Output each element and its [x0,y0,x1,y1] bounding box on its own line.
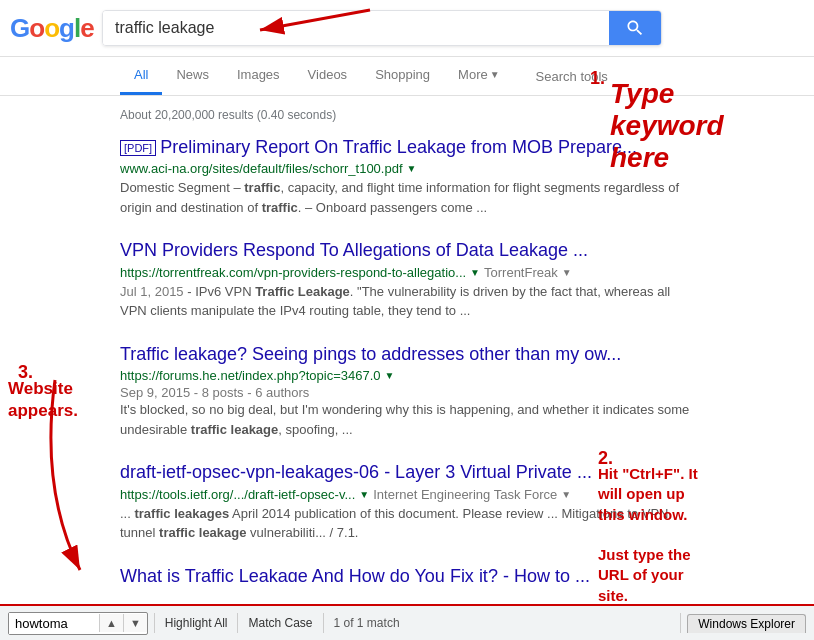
find-divider-1 [154,613,155,633]
result-title-5[interactable]: What is Traffic Leakage And How do You F… [120,565,694,582]
highlight-all-button[interactable]: Highlight All [161,614,232,632]
google-logo: Google [10,8,90,48]
result-title-1[interactable]: [PDF]Preliminary Report On Traffic Leaka… [120,136,694,159]
match-info: 1 of 1 match [330,614,404,632]
find-next-button[interactable]: ▼ [124,614,147,632]
logo-g: G [10,13,29,44]
logo-o1: o [29,13,44,44]
ietf-dropdown[interactable]: ▼ [561,489,571,500]
find-input-section: ▲ ▼ [8,612,148,635]
results-area: About 20,200,000 results (0.40 seconds) … [0,96,814,582]
result-url-3: https://forums.he.net/index.php?topic=34… [120,368,694,383]
nav-tabs: All News Images Videos Shopping More ▼ S… [0,57,814,96]
result-meta-3: Sep 9, 2015 - 8 posts - 6 authors [120,385,694,400]
result-item: Traffic leakage? Seeing pings to address… [120,343,694,439]
result-url-4: https://tools.ietf.org/.../draft-ietf-op… [120,487,694,502]
results-count: About 20,200,000 results (0.40 seconds) [120,102,694,122]
match-case-button[interactable]: Match Case [244,614,316,632]
torrentfreak-dropdown[interactable]: ▼ [562,267,572,278]
header: Google [0,0,814,57]
result-item: What is Traffic Leakage And How do You F… [120,565,694,582]
search-icon [625,18,645,38]
result-desc-4: ... traffic leakages April 2014 publicat… [120,504,694,543]
find-divider-4 [680,613,681,633]
result-desc-3: It's blocked, so no big deal, but I'm wo… [120,400,694,439]
url-dropdown-3[interactable]: ▼ [385,370,395,381]
result-desc-1: Domestic Segment – traffic, capacity, an… [120,178,694,217]
url-dropdown-4[interactable]: ▼ [359,489,369,500]
find-divider-2 [237,613,238,633]
result-title-3[interactable]: Traffic leakage? Seeing pings to address… [120,343,694,366]
find-bar: ▲ ▼ Highlight All Match Case 1 of 1 matc… [0,604,814,640]
find-input[interactable] [9,613,99,634]
more-arrow-icon: ▼ [490,69,500,80]
find-nav-buttons: ▲ ▼ [99,614,147,632]
logo-o2: o [44,13,59,44]
pdf-tag-1: [PDF] [120,140,156,156]
find-prev-button[interactable]: ▲ [100,614,124,632]
result-url-1: www.aci-na.org/sites/default/files/schor… [120,161,694,176]
tab-more[interactable]: More ▼ [444,57,514,95]
result-item: [PDF]Preliminary Report On Traffic Leaka… [120,136,694,217]
search-input[interactable] [103,11,609,45]
url-dropdown-2[interactable]: ▼ [470,267,480,278]
logo-e: e [80,13,93,44]
result-item: VPN Providers Respond To Allegations of … [120,239,694,320]
result-title-4[interactable]: draft-ietf-opsec-vpn-leakages-06 - Layer… [120,461,694,484]
tab-images[interactable]: Images [223,57,294,95]
tab-all[interactable]: All [120,57,162,95]
tab-videos[interactable]: Videos [294,57,362,95]
tab-shopping[interactable]: Shopping [361,57,444,95]
url-dropdown-1[interactable]: ▼ [407,163,417,174]
search-tools[interactable]: Search tools [522,59,622,94]
result-url-2: https://torrentfreak.com/vpn-providers-r… [120,265,694,280]
search-button[interactable] [609,11,661,45]
search-bar [102,10,662,46]
find-divider-3 [323,613,324,633]
windows-explorer-tab[interactable]: Windows Explorer [687,614,806,633]
tab-news[interactable]: News [162,57,223,95]
result-desc-2: Jul 1, 2015 - IPv6 VPN Traffic Leakage. … [120,282,694,321]
result-item: draft-ietf-opsec-vpn-leakages-06 - Layer… [120,461,694,542]
result-title-2[interactable]: VPN Providers Respond To Allegations of … [120,239,694,262]
logo-g2: g [59,13,74,44]
